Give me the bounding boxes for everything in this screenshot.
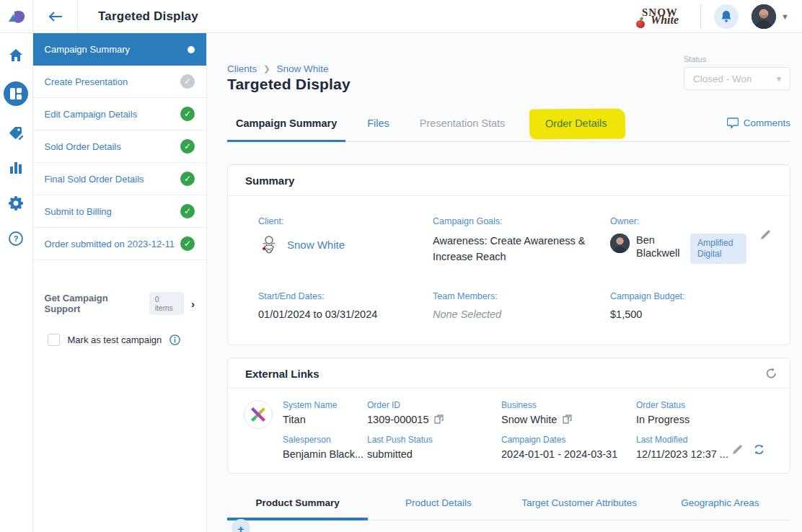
- sidebar-item-submit-to-billing[interactable]: Submit to Billing ✓: [33, 195, 206, 228]
- reports-icon[interactable]: [7, 159, 25, 177]
- external-link-icon[interactable]: [434, 414, 444, 424]
- campaign-dates-value: 2024-01-01 - 2024-03-31: [501, 448, 636, 460]
- owner-avatar: [610, 234, 630, 253]
- sidebar-item-create-presentation[interactable]: Create Presentation ✓: [33, 66, 206, 98]
- refresh-icon[interactable]: [766, 368, 777, 379]
- step-label: Order submitted on 2023-12-11: [45, 239, 175, 249]
- settings-gear-icon[interactable]: [7, 195, 25, 212]
- tab-files[interactable]: Files: [358, 118, 398, 141]
- tab-presentation-stats[interactable]: Presentation Stats: [411, 118, 514, 141]
- step-label: Edit Campaign Details: [45, 109, 138, 120]
- client-name-link[interactable]: Snow White: [287, 239, 345, 251]
- sidebar-item-campaign-summary[interactable]: Campaign Summary: [33, 33, 206, 66]
- tab-product-summary[interactable]: Product Summary: [227, 497, 368, 520]
- summary-card-title: Summary: [245, 174, 294, 187]
- edit-owner-pencil-icon[interactable]: [760, 229, 771, 240]
- apple-icon: [636, 20, 645, 28]
- edit-external-pencil-icon[interactable]: [732, 444, 743, 455]
- campaign-dates-field: Campaign Dates 2024-01-01 - 2024-03-31: [501, 435, 636, 460]
- order-details-highlight: Order Details: [529, 108, 626, 139]
- salesperson-field: Salesperson Benjamin Black...: [283, 435, 367, 460]
- comment-bubble-icon: [727, 118, 739, 128]
- sidebar-item-final-sold-order-details[interactable]: Final Sold Order Details ✓: [33, 163, 206, 195]
- order-status-value: In Progress: [636, 414, 777, 425]
- owner-field: Owner: Ben Blackwell Amplified Digital: [610, 216, 775, 265]
- campaign-goals-value: Awareness: Create Awareness & Increase R…: [433, 234, 593, 265]
- info-icon[interactable]: [169, 334, 180, 345]
- client-logo: [258, 234, 280, 255]
- dates-label: Start/End Dates:: [258, 291, 433, 301]
- team-members-field: Team Members: None Selected: [433, 291, 610, 320]
- window-title: Targeted Display: [78, 0, 198, 32]
- campaign-dates-label: Campaign Dates: [501, 435, 636, 445]
- support-count-badge: 0 items: [149, 292, 184, 315]
- test-campaign-row: Mark as test campaign: [33, 334, 206, 346]
- back-arrow-icon: [48, 12, 63, 22]
- tab-order-details[interactable]: Order Details: [529, 118, 625, 133]
- last-push-status-value: submitted: [367, 448, 501, 460]
- sidebar-item-edit-campaign-details[interactable]: Edit Campaign Details ✓: [33, 98, 206, 130]
- brand-text-white: White: [651, 15, 679, 25]
- team-members-value: None Selected: [433, 309, 610, 320]
- chevron-right-icon: ❯: [263, 64, 270, 74]
- user-menu[interactable]: ▼: [752, 0, 802, 32]
- status-select[interactable]: Closed - Won ▼: [684, 67, 790, 90]
- order-status-field: Order Status In Progress: [636, 400, 777, 425]
- salesperson-label: Salesperson: [283, 435, 367, 445]
- campaigns-icon[interactable]: [4, 81, 28, 106]
- topbar: Targeted Display SNOW White ▼: [0, 0, 802, 33]
- order-id-value: 1309-000015: [367, 414, 428, 425]
- tab-product-details[interactable]: Product Details: [368, 497, 508, 520]
- active-dot-icon: [188, 46, 195, 53]
- get-campaign-support[interactable]: Get Campaign Support 0 items ›: [33, 292, 206, 315]
- breadcrumb: Clients ❯ Snow White: [227, 63, 351, 74]
- add-product-button[interactable]: +: [232, 519, 250, 532]
- help-icon[interactable]: ?: [7, 230, 25, 247]
- tab-campaign-summary[interactable]: Campaign Summary: [227, 118, 345, 141]
- bell-icon: [721, 10, 732, 23]
- test-campaign-checkbox[interactable]: [48, 334, 60, 346]
- check-circle-icon: ✓: [180, 74, 195, 89]
- order-id-field: Order ID 1309-000015: [367, 400, 501, 425]
- salesperson-value: Benjamin Black...: [283, 448, 367, 460]
- owner-org-badge: Amplified Digital: [690, 234, 746, 264]
- chevron-right-icon: ›: [191, 298, 195, 310]
- system-name-value: Titan: [283, 414, 367, 425]
- sync-icon[interactable]: [753, 443, 765, 456]
- sidebar-item-order-submitted[interactable]: Order submitted on 2023-12-11 ✓: [33, 228, 206, 260]
- home-icon[interactable]: [7, 46, 25, 63]
- dates-value: 01/01/2024 to 03/31/2024: [258, 309, 433, 320]
- external-link-icon[interactable]: [563, 414, 572, 424]
- comments-label: Comments: [744, 118, 790, 128]
- budget-label: Campaign Budget:: [610, 291, 775, 301]
- comments-button[interactable]: Comments: [727, 118, 790, 141]
- sidebar-item-sold-order-details[interactable]: Sold Order Details ✓: [33, 130, 206, 163]
- external-links-title: External Links: [245, 368, 320, 380]
- breadcrumb-snow-white[interactable]: Snow White: [276, 63, 328, 74]
- user-avatar: [752, 4, 776, 29]
- tag-icon[interactable]: [7, 124, 25, 141]
- support-label: Get Campaign Support: [45, 293, 142, 314]
- check-circle-icon: ✓: [180, 139, 195, 154]
- last-push-status-field: Last Push Status submitted: [367, 435, 501, 460]
- client-label: Client:: [258, 216, 433, 226]
- tab-target-customer-attributes[interactable]: Target Customer Attributes: [509, 497, 650, 520]
- campaign-steps-sidebar: Campaign Summary Create Presentation ✓ E…: [33, 33, 207, 532]
- breadcrumb-clients[interactable]: Clients: [227, 63, 257, 74]
- back-button[interactable]: [33, 0, 78, 32]
- check-circle-icon: ✓: [180, 236, 195, 251]
- external-links-card: External Links: [227, 358, 790, 474]
- icon-rail: ?: [0, 33, 33, 532]
- system-name-field: System Name Titan: [283, 400, 367, 425]
- app-logo[interactable]: [0, 0, 33, 32]
- notifications-button[interactable]: [714, 4, 739, 29]
- tab-geographic-areas[interactable]: Geographic Areas: [650, 497, 790, 520]
- product-tabs: Product Summary Product Details Target C…: [227, 497, 790, 520]
- campaign-tabs: Campaign Summary Files Presentation Stat…: [227, 118, 790, 142]
- main-content: Clients ❯ Snow White Targeted Display St…: [207, 33, 802, 532]
- test-campaign-label: Mark as test campaign: [68, 334, 162, 345]
- check-circle-icon: ✓: [180, 172, 195, 186]
- app-logo-icon: [7, 8, 26, 25]
- owner-label: Owner:: [610, 216, 775, 226]
- order-id-label: Order ID: [367, 400, 501, 410]
